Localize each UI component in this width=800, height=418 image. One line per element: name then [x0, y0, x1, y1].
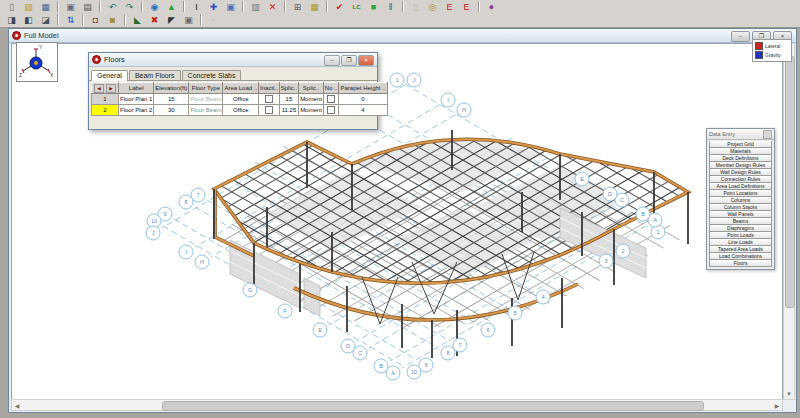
scroll-left-arrow[interactable]: ◀ [12, 401, 22, 411]
new-icon[interactable]: ▯ [4, 0, 19, 14]
data-entry-button-tapered-area-loads[interactable]: Tapered Area Loads [709, 246, 772, 253]
splice-type-cell[interactable]: Moment [299, 94, 324, 105]
ibeam-icon[interactable]: I [189, 0, 204, 14]
next-row-button[interactable]: ▶ [106, 84, 116, 93]
pause-icon[interactable]: ‖ [383, 0, 398, 14]
row-header[interactable]: 2 [92, 105, 119, 116]
prev-row-button[interactable]: ◀ [94, 84, 104, 93]
layers-icon[interactable]: ▣ [223, 0, 238, 14]
data-entry-button-point-locations[interactable]: Point Locations [709, 190, 772, 197]
floor-type-cell[interactable]: Floor Beam [189, 94, 223, 105]
run-icon[interactable]: ■ [366, 0, 381, 14]
view-iso-icon[interactable]: ◪ [38, 13, 53, 27]
sort-icon[interactable]: ⇅ [63, 13, 78, 27]
data-entry-button-wall-panels[interactable]: Wall Panels [709, 211, 772, 218]
save-icon[interactable]: ▦ [38, 0, 53, 14]
copy-member-icon[interactable]: ◤ [164, 13, 179, 27]
column-header[interactable]: Area Load .. [223, 83, 259, 94]
floors-dialog-titlebar[interactable]: Floors – ❐ × [89, 53, 377, 67]
inactive-cell[interactable] [259, 105, 280, 116]
horizontal-scrollbar[interactable]: ◀ ▶ [11, 399, 783, 411]
view-report-icon[interactable]: ◎ [425, 0, 440, 14]
redo-icon[interactable]: ↷ [122, 0, 137, 14]
column-header[interactable]: Elevation(ft) [154, 83, 189, 94]
column-header[interactable]: Floor Type [189, 83, 223, 94]
view-single-icon[interactable]: ◨ [4, 13, 19, 27]
inactive-cell[interactable] [259, 94, 280, 105]
vertical-scrollbar[interactable]: ▲ ▼ [783, 43, 795, 400]
grid-window-icon[interactable]: ⊞ [290, 0, 305, 14]
export-e2-icon[interactable]: E [459, 0, 474, 14]
report-icon[interactable]: ▯ [408, 0, 423, 14]
elevation-cell[interactable]: 30 [154, 105, 189, 116]
dialog-maximize-button[interactable]: ❐ [341, 55, 357, 66]
open-icon[interactable]: ▨ [21, 0, 36, 14]
elevation-cell[interactable]: 15 [154, 94, 189, 105]
data-entry-button-load-combinations[interactable]: Load Combinations [709, 253, 772, 260]
undo-icon[interactable]: ↶ [105, 0, 120, 14]
model-frame-icon[interactable]: ▦ [307, 0, 322, 14]
full-model-titlebar[interactable]: Full Model –❐× [9, 29, 796, 43]
dialog-minimize-button[interactable]: – [324, 55, 340, 66]
data-entry-titlebar[interactable]: Data Entry [707, 129, 774, 140]
floor-label-cell[interactable]: Floor Plan 1 [119, 94, 154, 105]
splice-cell[interactable]: 15 [279, 94, 298, 105]
move-icon[interactable]: ✚ [206, 0, 221, 14]
data-entry-button-member-design-rules[interactable]: Member Design Rules [709, 162, 772, 169]
no-cell[interactable] [323, 94, 339, 105]
add-member-icon[interactable]: ◣ [130, 13, 145, 27]
export-e1-icon[interactable]: E [442, 0, 457, 14]
area-load-cell[interactable]: Office [223, 105, 259, 116]
data-entry-button-project-grid[interactable]: Project Grid [709, 141, 772, 148]
sphere-icon[interactable]: ● [484, 0, 499, 14]
status-icon[interactable]: ▲ [164, 0, 179, 14]
floor-type-cell[interactable]: Floor Beam [189, 105, 223, 116]
wall-icon[interactable]: ▥ [248, 0, 263, 14]
data-entry-button-columns[interactable]: Columns [709, 197, 772, 204]
globe-icon[interactable]: ◉ [147, 0, 162, 14]
scroll-right-arrow[interactable]: ▶ [772, 401, 782, 411]
column-header[interactable]: Splic.. [279, 83, 298, 94]
row-header[interactable]: 1 [92, 94, 119, 105]
data-entry-button-floors[interactable]: Floors [709, 260, 772, 267]
parapet-height-cell[interactable]: 4 [339, 105, 387, 116]
column-header[interactable]: Parapet Height .. [339, 83, 387, 94]
view-split-icon[interactable]: ◧ [21, 13, 36, 27]
data-entry-button-diaphragms[interactable]: Diaphragms [709, 225, 772, 232]
data-entry-button-deck-definitions[interactable]: Deck Definitions [709, 155, 772, 162]
column-header[interactable]: Label [119, 83, 154, 94]
data-entry-button-column-stacks[interactable]: Column Stacks [709, 204, 772, 211]
no-checkbox[interactable] [327, 106, 335, 114]
column-header[interactable]: Splic.. [299, 83, 324, 94]
copy-icon[interactable]: ▣ [63, 0, 78, 14]
check-model-icon[interactable]: ✔ [332, 0, 347, 14]
tab-concrete-slabs[interactable]: Concrete Slabs [182, 70, 242, 80]
data-entry-button-area-load-definitions[interactable]: Area Load Definitions [709, 183, 772, 190]
scroll-down-arrow[interactable]: ▼ [784, 389, 794, 399]
inactive-checkbox[interactable] [265, 106, 273, 114]
parapet-height-cell[interactable]: 0 [339, 94, 387, 105]
column-header[interactable]: No .. [323, 83, 339, 94]
snapshot-icon[interactable]: ▣ [181, 13, 196, 27]
no-cell[interactable] [323, 105, 339, 116]
minimize-button[interactable]: – [731, 31, 750, 42]
vertical-scroll-thumb[interactable] [785, 56, 795, 308]
horizontal-scroll-thumb[interactable] [162, 401, 704, 411]
dialog-close-button[interactable]: × [358, 55, 374, 66]
splice-cell[interactable]: 11.25 [279, 105, 298, 116]
data-entry-button-beams[interactable]: Beams [709, 218, 772, 225]
data-entry-button-line-loads[interactable]: Line Loads [709, 239, 772, 246]
print-icon[interactable]: ▤ [80, 0, 95, 14]
data-entry-button-point-loads[interactable]: Point Loads [709, 232, 772, 239]
data-entry-button-materials[interactable]: Materials [709, 148, 772, 155]
clip-b-icon[interactable]: ◙ [105, 13, 120, 27]
no-checkbox[interactable] [327, 95, 335, 103]
floor-label-cell[interactable]: Floor Plan 2 [119, 105, 154, 116]
clip-a-icon[interactable]: ◘ [88, 13, 103, 27]
data-entry-pin-button[interactable] [763, 130, 772, 139]
load-combination-icon[interactable]: LC [349, 0, 364, 14]
delete-icon[interactable]: ✕ [265, 0, 280, 14]
extra-icon[interactable]: ▫ [206, 13, 221, 27]
delete-member-icon[interactable]: ✖ [147, 13, 162, 27]
inactive-checkbox[interactable] [265, 95, 273, 103]
